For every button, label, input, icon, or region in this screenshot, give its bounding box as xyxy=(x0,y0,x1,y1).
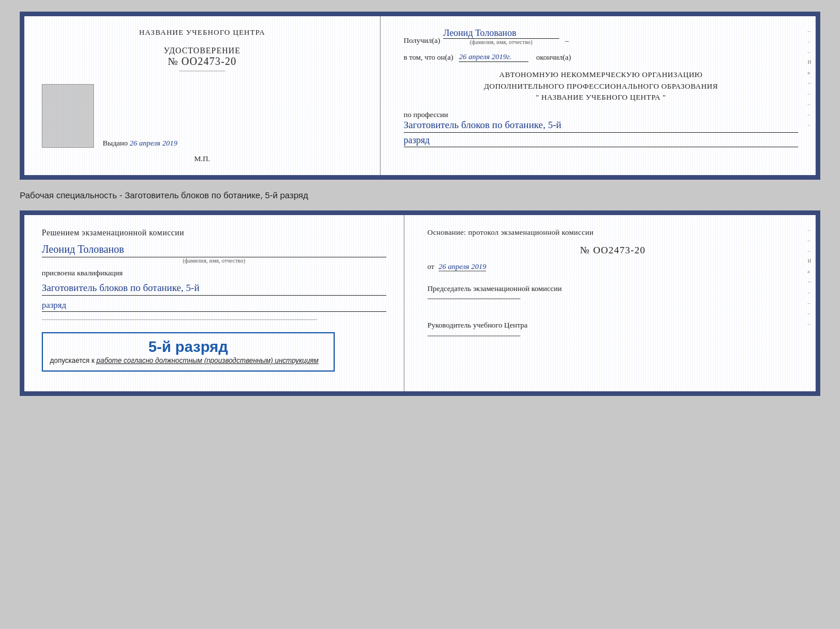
bmark1: – xyxy=(808,227,813,232)
bottom-document: Решением экзаменационной комиссии Леонид… xyxy=(20,210,820,396)
bottom-fio-caption: (фамилия, имя, отчество) xyxy=(42,257,386,264)
middle-section: Рабочая специальность - Заготовитель бло… xyxy=(20,186,820,205)
bottom-person-group: Леонид Толованов (фамилия, имя, отчество… xyxy=(42,243,386,264)
org-line1: АВТОНОМНУЮ НЕКОММЕРЧЕСКУЮ ОРГАНИЗАЦИЮ xyxy=(404,69,798,81)
top-center-title: НАЗВАНИЕ УЧЕБНОГО ЦЕНТРА xyxy=(139,28,265,37)
bottom-doc-right: Основание: протокол экзаменационной коми… xyxy=(404,215,816,391)
predsedatel-sign-line xyxy=(428,299,520,299)
vydano-date: 26 апреля 2019 xyxy=(130,139,178,147)
vydano-group: Выдано 26 апреля 2019 xyxy=(103,136,178,148)
mark1: – xyxy=(808,28,813,34)
bmark10: – xyxy=(808,321,813,326)
udostoverenie-block: УДОСТОВЕРЕНИЕ № OO2473-20 xyxy=(164,46,240,74)
mark2: – xyxy=(808,38,813,44)
left-bottom-row: Выдано 26 апреля 2019 xyxy=(42,84,363,148)
top-doc-left: НАЗВАНИЕ УЧЕБНОГО ЦЕНТРА УДОСТОВЕРЕНИЕ №… xyxy=(24,16,381,175)
dash-top: – xyxy=(565,36,569,45)
mark9: – xyxy=(808,111,813,117)
komissia-title: Решением экзаменационной комиссии xyxy=(42,227,386,239)
okonchil-label: окончил(а) xyxy=(536,53,571,62)
ot-label: от xyxy=(428,262,435,271)
bmark4: И xyxy=(808,258,813,264)
mark7: – xyxy=(808,90,813,96)
razryad-bottom: разряд xyxy=(42,300,386,312)
rukovoditel-sign-line xyxy=(428,336,520,336)
dopuskaetsya-label: допускается к xyxy=(50,357,95,365)
person-name-top: Леонид Толованов xyxy=(443,28,559,39)
bmark6: ← xyxy=(808,279,813,285)
top-document: НАЗВАНИЕ УЧЕБНОГО ЦЕНТРА УДОСТОВЕРЕНИЕ №… xyxy=(20,12,820,180)
predsedatel-block: Председатель экзаменационной комиссии xyxy=(428,283,798,303)
kvali-text: Заготовитель блоков по ботанике, 5-й xyxy=(42,282,386,296)
mark3: – xyxy=(808,49,813,54)
prisvoena-label: присвоена квалификация xyxy=(42,268,386,278)
top-doc-right: Получил(а) Леонид Толованов (фамилия, им… xyxy=(381,16,816,175)
bottom-person-name: Леонид Толованов xyxy=(42,243,386,257)
mark10: – xyxy=(808,122,813,128)
po-professii-label: по профессии xyxy=(404,110,798,119)
middle-text: Рабочая специальность - Заготовитель бло… xyxy=(20,186,820,205)
box-number: 5-й разряд xyxy=(50,338,327,356)
protocol-number: № OO2473-20 xyxy=(428,245,798,256)
ot-date-row: от 26 апреля 2019 xyxy=(428,262,798,271)
photo-placeholder xyxy=(42,84,94,148)
poluchil-label: Получил(а) xyxy=(404,36,440,45)
org-line3: " НАЗВАНИЕ УЧЕБНОГО ЦЕНТРА " xyxy=(404,92,798,103)
fio-caption-top: (фамилия, имя, отчество) xyxy=(443,39,559,45)
bmark3: – xyxy=(808,248,813,253)
bmark5: а xyxy=(808,268,813,274)
ot-date: 26 апреля 2019 xyxy=(439,262,486,271)
org-block: АВТОНОМНУЮ НЕКОММЕРЧЕСКУЮ ОРГАНИЗАЦИЮ ДО… xyxy=(404,69,798,103)
udostoverenie-number: № OO2473-20 xyxy=(164,56,240,68)
bmark8: – xyxy=(808,300,813,306)
mark4: И xyxy=(808,59,813,65)
mark5: а xyxy=(808,70,813,75)
side-marks-bottom: – – – И а ← – – – – xyxy=(808,227,813,326)
poluchil-row: Получил(а) Леонид Толованов (фамилия, им… xyxy=(404,28,798,45)
dopuskaetsya-detail: работе согласно должностным (производств… xyxy=(96,357,318,365)
udostoverenie-label: УДОСТОВЕРЕНИЕ xyxy=(164,46,240,56)
vtom-row: в том, что он(а) 26 апреля 2019г. окончи… xyxy=(404,52,798,62)
mark8: – xyxy=(808,101,813,107)
rukovoditel-block: Руководитель учебного Центра xyxy=(428,319,798,339)
bmark9: – xyxy=(808,310,813,316)
vtom-label: в том, что он(а) xyxy=(404,53,454,62)
bottom-sep xyxy=(42,319,317,320)
blue-qualification-box: 5-й разряд допускается к работе согласно… xyxy=(42,332,335,372)
bmark2: – xyxy=(808,237,813,243)
mark6: ← xyxy=(808,80,813,86)
vtom-date: 26 апреля 2019г. xyxy=(459,52,528,62)
org-line2: ДОПОЛНИТЕЛЬНОГО ПРОФЕССИОНАЛЬНОГО ОБРАЗО… xyxy=(404,81,798,92)
bottom-doc-left: Решением экзаменационной комиссии Леонид… xyxy=(24,215,404,391)
profession-text: Заготовитель блоков по ботанике, 5-й xyxy=(404,119,798,133)
osnov-label: Основание: протокол экзаменационной коми… xyxy=(428,227,798,239)
mp-label: М.П. xyxy=(194,154,210,163)
dopuskaetsya-text: допускается к работе согласно должностны… xyxy=(50,356,327,366)
separator xyxy=(179,71,225,71)
bmark7: – xyxy=(808,289,813,295)
vydano-label: Выдано xyxy=(103,139,128,147)
rukovoditel-label: Руководитель учебного Центра xyxy=(428,319,798,331)
vydano-block: Выдано 26 апреля 2019 xyxy=(103,139,178,148)
profession-block: по профессии Заготовитель блоков по бота… xyxy=(404,110,798,147)
side-marks-top: – – – И а ← – – – – xyxy=(808,28,813,128)
predsedatel-label: Председатель экзаменационной комиссии xyxy=(428,283,798,294)
razryad-text-top: разряд xyxy=(404,135,798,147)
